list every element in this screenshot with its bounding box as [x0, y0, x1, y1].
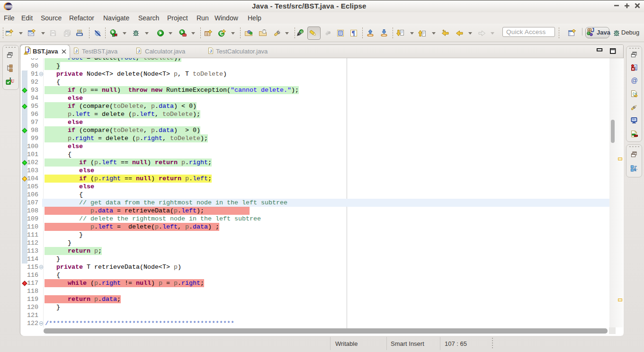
svg-text:@: @ [631, 77, 638, 84]
svg-text:U: U [11, 79, 14, 84]
svg-text:J: J [591, 28, 595, 34]
svg-text:J: J [75, 49, 77, 53]
svg-text:J: J [209, 49, 212, 53]
svg-text:J: J [27, 48, 29, 53]
svg-text:¶: ¶ [352, 30, 356, 37]
svg-text:J: J [137, 49, 140, 53]
svg-text:C: C [300, 30, 303, 34]
